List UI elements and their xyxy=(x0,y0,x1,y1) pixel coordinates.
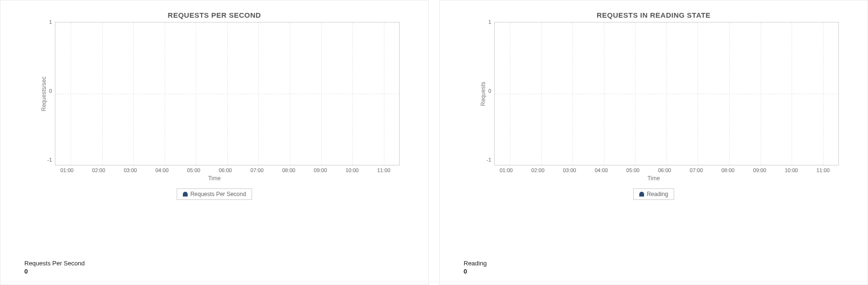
chart-panel-requests-per-second: REQUESTS PER SECOND Requests/sec 1 0 -1 … xyxy=(0,0,429,285)
gridline-v xyxy=(133,22,134,165)
stat-label: Reading xyxy=(464,260,858,267)
chart-area: Requests 1 0 -1 xyxy=(478,22,839,165)
x-tick: 08:00 xyxy=(712,167,744,173)
x-tick: 05:00 xyxy=(178,167,209,173)
stat-block: Requests Per Second 0 xyxy=(10,248,419,275)
gridline-v xyxy=(604,22,604,165)
y-tick: 1 xyxy=(49,19,52,25)
gridline-v xyxy=(258,22,259,165)
x-tick: 07:00 xyxy=(241,167,273,173)
x-axis-ticks: 01:00 02:00 03:00 04:00 05:00 06:00 07:0… xyxy=(51,165,400,174)
plot-area xyxy=(55,22,400,165)
legend: Requests Per Second xyxy=(10,188,419,200)
chart-title: REQUESTS PER SECOND xyxy=(10,11,419,19)
chart-area: Requests/sec 1 0 -1 xyxy=(39,22,400,165)
legend-item[interactable]: Reading xyxy=(633,188,675,200)
legend-label: Reading xyxy=(647,191,668,197)
y-tick: 1 xyxy=(488,19,491,25)
gridline-v xyxy=(572,22,573,165)
stat-label: Requests Per Second xyxy=(24,260,419,267)
x-tick: 02:00 xyxy=(522,167,553,173)
gridline-v xyxy=(196,22,196,165)
x-tick: 06:00 xyxy=(649,167,680,173)
x-tick: 11:00 xyxy=(807,167,839,173)
gridline-v xyxy=(698,22,698,165)
x-tick: 11:00 xyxy=(368,167,400,173)
legend-swatch-icon xyxy=(639,192,644,197)
y-axis-ticks: 1 0 -1 xyxy=(487,19,494,163)
x-tick: 02:00 xyxy=(83,167,114,173)
x-tick: 07:00 xyxy=(680,167,712,173)
plot-area xyxy=(494,22,839,165)
x-tick: 09:00 xyxy=(744,167,775,173)
gridline-v xyxy=(165,22,165,165)
gridline-v xyxy=(510,22,510,165)
gridline-v xyxy=(823,22,824,165)
x-tick: 03:00 xyxy=(115,167,146,173)
legend-label: Requests Per Second xyxy=(191,191,246,197)
gridline-v xyxy=(321,22,322,165)
y-tick: -1 xyxy=(47,157,52,163)
chart-panel-requests-reading-state: REQUESTS IN READING STATE Requests 1 0 -… xyxy=(439,0,868,285)
y-axis-label: Requests/sec xyxy=(39,77,47,111)
gridline-v xyxy=(541,22,542,165)
gridline-v xyxy=(761,22,761,165)
x-tick: 10:00 xyxy=(775,167,807,173)
x-axis-label: Time xyxy=(449,175,858,182)
legend-item[interactable]: Requests Per Second xyxy=(177,188,253,200)
gridline-v xyxy=(71,22,71,165)
y-axis-label: Requests xyxy=(478,82,487,106)
x-axis-label: Time xyxy=(10,175,419,182)
y-axis-ticks: 1 0 -1 xyxy=(47,19,55,163)
gridline-v xyxy=(635,22,635,165)
x-tick: 04:00 xyxy=(146,167,178,173)
y-tick: 0 xyxy=(49,88,52,94)
legend-swatch-icon xyxy=(183,192,188,197)
gridline-v xyxy=(352,22,353,165)
x-tick: 10:00 xyxy=(336,167,368,173)
gridline-v xyxy=(227,22,228,165)
x-tick: 08:00 xyxy=(273,167,305,173)
gridline-v xyxy=(792,22,792,165)
stat-value: 0 xyxy=(24,268,419,275)
x-tick: 03:00 xyxy=(554,167,585,173)
y-tick: -1 xyxy=(487,157,491,163)
gridline-v xyxy=(729,22,730,165)
gridline-v xyxy=(667,22,667,165)
chart-title: REQUESTS IN READING STATE xyxy=(449,11,858,19)
gridline-v xyxy=(102,22,103,165)
x-axis-ticks: 01:00 02:00 03:00 04:00 05:00 06:00 07:0… xyxy=(490,165,839,174)
y-tick: 0 xyxy=(488,88,491,94)
gridline-v xyxy=(384,22,384,165)
x-tick: 05:00 xyxy=(617,167,648,173)
x-tick: 06:00 xyxy=(210,167,241,173)
x-tick: 04:00 xyxy=(585,167,617,173)
x-tick: 01:00 xyxy=(51,167,83,173)
x-tick: 09:00 xyxy=(305,167,336,173)
stat-block: Reading 0 xyxy=(449,248,858,275)
x-tick: 01:00 xyxy=(490,167,522,173)
legend: Reading xyxy=(449,188,858,200)
gridline-v xyxy=(290,22,290,165)
stat-value: 0 xyxy=(464,268,858,275)
